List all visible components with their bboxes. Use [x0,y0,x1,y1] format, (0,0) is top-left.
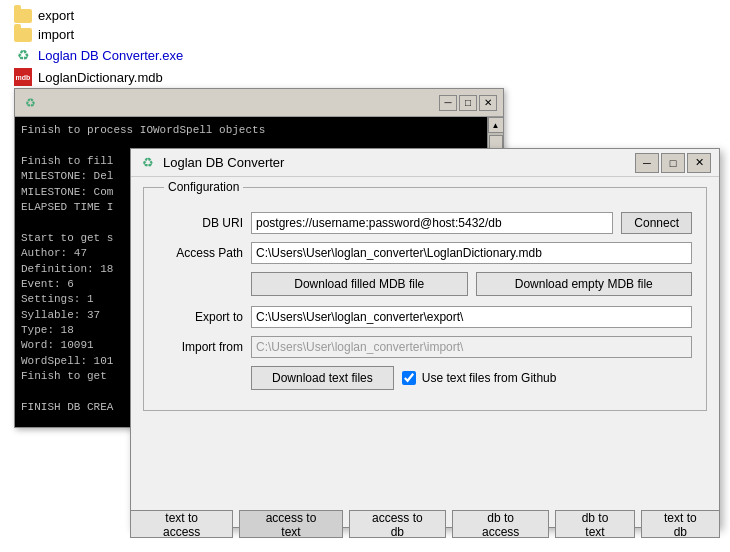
terminal-title-left: ♻ [21,94,43,112]
main-title-buttons: ─ □ ✕ [635,153,711,173]
main-titlebar: ♻ Loglan DB Converter ─ □ ✕ [131,149,719,177]
config-group: Configuration DB URI Connect Access Path… [143,187,707,411]
access-path-input[interactable] [251,242,692,264]
config-group-label: Configuration [164,180,243,194]
use-github-row: Use text files from Github [402,371,557,385]
bottom-buttons-row: text to access access to text access to … [130,510,720,538]
db-uri-label: DB URI [158,216,243,230]
db-to-text-button[interactable]: db to text [555,510,634,538]
terminal-maximize-button[interactable]: □ [459,95,477,111]
access-to-db-button[interactable]: access to db [349,510,446,538]
download-empty-mdb-button[interactable]: Download empty MDB file [476,272,693,296]
import-from-input[interactable] [251,336,692,358]
access-path-row: Access Path [158,242,692,264]
mdb-label: LoglanDictionary.mdb [38,70,163,85]
exe-file[interactable]: ♻ Loglan DB Converter.exe [14,46,183,64]
download-filled-mdb-button[interactable]: Download filled MDB file [251,272,468,296]
folder-icon-import [14,28,32,42]
folder-import-label: import [38,27,74,42]
import-from-row: Import from [158,336,692,358]
scroll-up-arrow[interactable]: ▲ [488,117,504,133]
folder-export[interactable]: export [14,8,183,23]
exe-icon: ♻ [14,46,32,64]
app-icon: ♻ [139,154,157,172]
main-title-left: ♻ Loglan DB Converter [139,154,284,172]
text-to-db-button[interactable]: text to db [641,510,720,538]
mdb-icon: mdb [14,68,32,86]
main-close-button[interactable]: ✕ [687,153,711,173]
terminal-line-1: Finish to process IOWordSpell objects [21,123,497,138]
terminal-close-button[interactable]: ✕ [479,95,497,111]
text-to-access-button[interactable]: text to access [130,510,233,538]
terminal-icon: ♻ [21,94,39,112]
mdb-buttons-row: Download filled MDB file Download empty … [251,272,692,296]
exe-label: Loglan DB Converter.exe [38,48,183,63]
folder-icon [14,9,32,23]
db-uri-row: DB URI Connect [158,212,692,234]
desktop: export import ♻ Loglan DB Converter.exe … [0,0,730,552]
mdb-file[interactable]: mdb LoglanDictionary.mdb [14,68,183,86]
export-to-label: Export to [158,310,243,324]
connect-button[interactable]: Connect [621,212,692,234]
main-window: ♻ Loglan DB Converter ─ □ ✕ Configuratio… [130,148,720,528]
main-window-title: Loglan DB Converter [163,155,284,170]
access-path-label: Access Path [158,246,243,260]
download-text-button[interactable]: Download text files [251,366,394,390]
import-from-label: Import from [158,340,243,354]
use-github-label: Use text files from Github [422,371,557,385]
terminal-minimize-button[interactable]: ─ [439,95,457,111]
terminal-titlebar: ♻ ─ □ ✕ [15,89,503,117]
use-github-checkbox[interactable] [402,371,416,385]
main-minimize-button[interactable]: ─ [635,153,659,173]
main-maximize-button[interactable]: □ [661,153,685,173]
folder-export-label: export [38,8,74,23]
db-to-access-button[interactable]: db to access [452,510,549,538]
folder-import[interactable]: import [14,27,183,42]
file-area: export import ♻ Loglan DB Converter.exe … [14,8,183,86]
db-uri-input[interactable] [251,212,613,234]
access-to-text-button[interactable]: access to text [239,510,342,538]
terminal-title-buttons: ─ □ ✕ [439,95,497,111]
download-text-row: Download text files Use text files from … [251,366,692,390]
export-to-input[interactable] [251,306,692,328]
export-to-row: Export to [158,306,692,328]
